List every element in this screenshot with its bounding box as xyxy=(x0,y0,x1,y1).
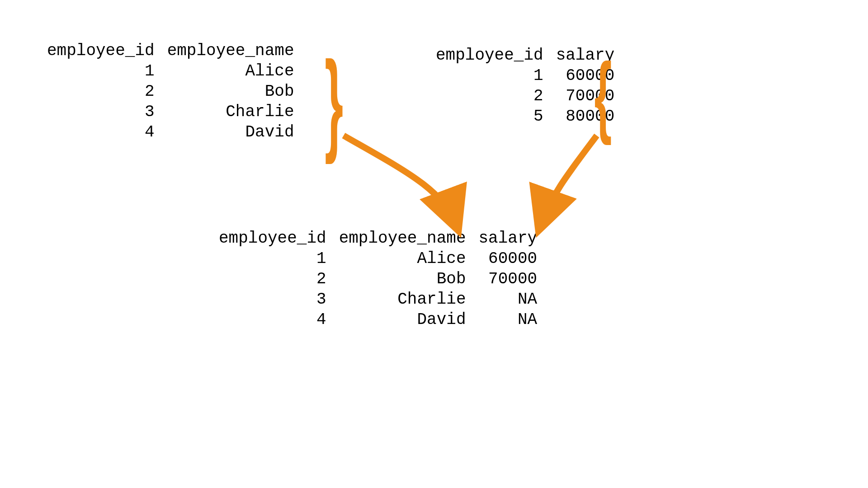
table-row: 3 Charlie xyxy=(41,102,301,122)
cell: David xyxy=(161,122,301,142)
employees-table: employee_id employee_name 1 Alice 2 Bob … xyxy=(41,41,301,142)
table-row: 5 80000 xyxy=(429,106,621,127)
cell: NA xyxy=(472,289,544,310)
table-row: 3 Charlie NA xyxy=(212,289,543,310)
col-header: employee_id xyxy=(212,228,333,249)
salaries-table: employee_id salary 1 60000 2 70000 5 800… xyxy=(429,45,621,127)
cell: Bob xyxy=(333,269,472,289)
cell: Charlie xyxy=(161,102,301,122)
cell: Alice xyxy=(333,249,472,269)
cell: 2 xyxy=(212,269,333,289)
cell: 1 xyxy=(429,66,550,86)
table-row: 4 David NA xyxy=(212,310,543,330)
cell: 70000 xyxy=(472,269,544,289)
cell: 1 xyxy=(41,61,161,81)
cell: 5 xyxy=(429,106,550,127)
cell: 4 xyxy=(212,310,333,330)
col-header: employee_name xyxy=(161,41,301,61)
table-header-row: employee_id employee_name salary xyxy=(212,228,543,249)
cell: NA xyxy=(472,310,544,330)
table-row: 4 David xyxy=(41,122,301,142)
cell: 3 xyxy=(41,102,161,122)
brace-right-icon: } xyxy=(325,45,343,158)
cell: 4 xyxy=(41,122,161,142)
table-row: 2 Bob xyxy=(41,81,301,102)
cell: Alice xyxy=(161,61,301,81)
table-header-row: employee_id employee_name xyxy=(41,41,301,61)
cell: 3 xyxy=(212,289,333,310)
table-row: 1 Alice 60000 xyxy=(212,249,543,269)
cell: David xyxy=(333,310,472,330)
cell: Bob xyxy=(161,81,301,102)
cell: Charlie xyxy=(333,289,472,310)
cell: 1 xyxy=(212,249,333,269)
table-row: 2 70000 xyxy=(429,86,621,106)
cell: 60000 xyxy=(472,249,544,269)
cell: 2 xyxy=(41,81,161,102)
col-header: employee_name xyxy=(333,228,472,249)
table-row: 1 60000 xyxy=(429,66,621,86)
col-header: employee_id xyxy=(429,45,550,66)
table-header-row: employee_id salary xyxy=(429,45,621,66)
brace-left-icon: { xyxy=(594,50,612,140)
col-header: employee_id xyxy=(41,41,161,61)
col-header: salary xyxy=(472,228,544,249)
joined-table: employee_id employee_name salary 1 Alice… xyxy=(212,228,543,330)
table-row: 2 Bob 70000 xyxy=(212,269,543,289)
table-row: 1 Alice xyxy=(41,61,301,81)
cell: 2 xyxy=(429,86,550,106)
